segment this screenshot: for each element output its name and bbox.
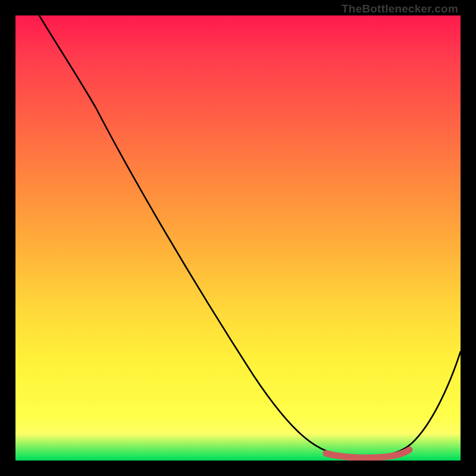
bottleneck-curve xyxy=(15,15,461,461)
bottleneck-curve-path xyxy=(39,15,461,457)
highlight-band xyxy=(326,450,409,458)
attribution-text: TheBottlenecker.com xyxy=(342,2,458,15)
chart-plot-area xyxy=(15,15,461,461)
